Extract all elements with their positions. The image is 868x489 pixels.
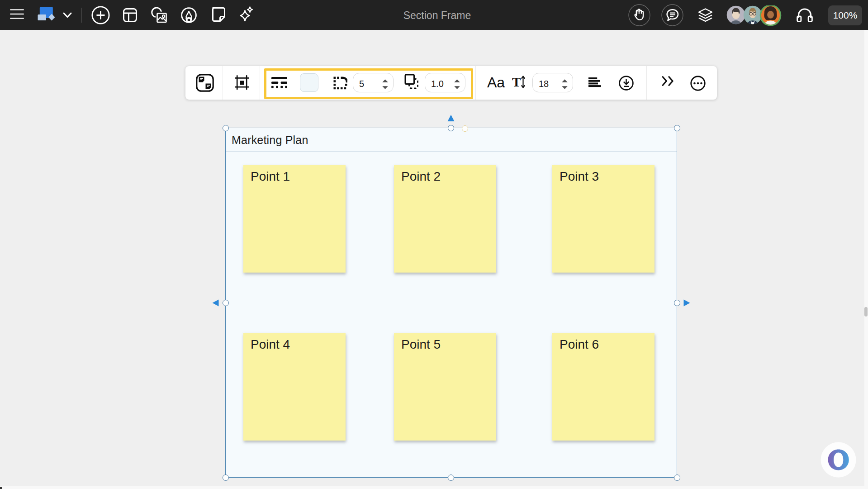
- svg-text:T: T: [512, 76, 521, 88]
